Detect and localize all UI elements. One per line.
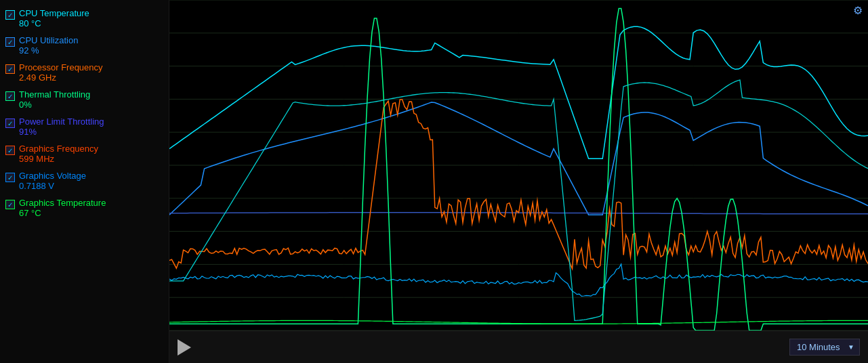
metric-value-proc-freq: 2.49 GHz [19,72,103,83]
metric-value-cpu-util: 92 % [19,45,78,56]
metric-name-power-limit: Power Limit Throttling [19,116,104,127]
play-button[interactable] [178,339,191,356]
metric-name-cpu-util: CPU Utilization [19,35,78,45]
time-range-select[interactable]: 1 Minute5 Minutes10 Minutes30 Minutes60 … [789,339,860,356]
metric-item-thermal-throttle: Thermal Throttling0% [4,87,165,112]
metric-text-thermal-throttle: Thermal Throttling0% [19,89,90,110]
metric-text-cpu-temp: CPU Temperature80 °C [19,8,89,28]
checkbox-cpu-temp[interactable] [5,10,15,20]
metric-value-gfx-temp: 67 °C [19,208,106,218]
metric-value-gfx-freq: 599 MHz [19,154,98,164]
metric-item-gfx-voltage: Graphics Voltage0.7188 V [4,168,165,194]
checkbox-proc-freq[interactable] [5,64,15,74]
metric-name-gfx-voltage: Graphics Voltage [19,171,86,181]
metric-item-gfx-freq: Graphics Frequency599 MHz [4,141,165,167]
sidebar: CPU Temperature80 °CCPU Utilization92 %P… [0,0,169,363]
performance-chart [169,0,868,330]
checkbox-gfx-temp[interactable] [5,200,15,209]
metric-text-gfx-voltage: Graphics Voltage0.7188 V [19,171,86,191]
metric-item-power-limit: Power Limit Throttling91% [4,114,165,140]
checkbox-cpu-util[interactable] [5,37,15,47]
metric-value-gfx-voltage: 0.7188 V [19,181,86,191]
bottom-bar: 1 Minute5 Minutes10 Minutes30 Minutes60 … [169,330,868,363]
metric-value-cpu-temp: 80 °C [19,18,89,28]
checkbox-power-limit[interactable] [5,119,15,128]
chart-area: ⚙ 1 Minute5 Minutes10 Minutes30 Minutes6… [169,0,868,363]
metric-item-proc-freq: Processor Frequency2.49 GHz [4,60,165,85]
checkbox-gfx-voltage[interactable] [5,173,15,182]
time-select-wrapper: 1 Minute5 Minutes10 Minutes30 Minutes60 … [789,339,860,356]
metric-name-proc-freq: Processor Frequency [19,62,103,72]
metric-name-gfx-temp: Graphics Temperature [19,198,106,208]
chart-canvas-wrapper: ⚙ [169,0,868,330]
metric-text-gfx-temp: Graphics Temperature67 °C [19,198,106,218]
checkbox-gfx-freq[interactable] [5,146,15,155]
metric-item-cpu-util: CPU Utilization92 % [4,33,165,58]
metric-text-proc-freq: Processor Frequency2.49 GHz [19,62,103,83]
metric-text-power-limit: Power Limit Throttling91% [19,116,104,137]
metric-name-cpu-temp: CPU Temperature [19,8,89,18]
metric-item-cpu-temp: CPU Temperature80 °C [4,5,165,31]
metric-text-cpu-util: CPU Utilization92 % [19,35,78,56]
metric-name-thermal-throttle: Thermal Throttling [19,89,90,100]
settings-icon[interactable]: ⚙ [853,4,863,17]
metric-name-gfx-freq: Graphics Frequency [19,144,98,154]
checkbox-thermal-throttle[interactable] [5,91,15,101]
metric-text-gfx-freq: Graphics Frequency599 MHz [19,144,98,164]
metric-value-power-limit: 91% [19,127,104,137]
metric-value-thermal-throttle: 0% [19,100,90,110]
metric-item-gfx-temp: Graphics Temperature67 °C [4,195,165,221]
